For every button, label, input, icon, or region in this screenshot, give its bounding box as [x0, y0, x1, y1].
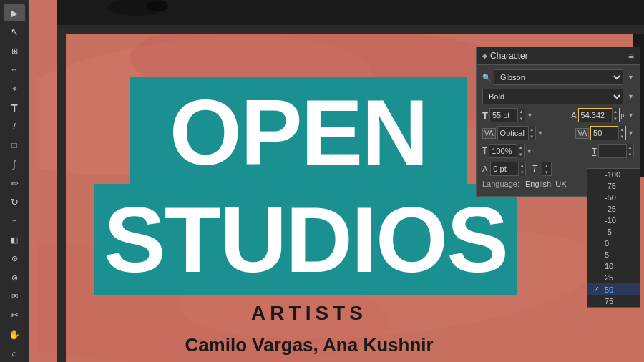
leading-up[interactable]: ▲	[612, 108, 619, 115]
vscale-arrow[interactable]: ▼	[526, 147, 532, 155]
kerning-type-down[interactable]: ▼	[528, 133, 535, 140]
kerning-type-arrow[interactable]: ▼	[537, 129, 544, 137]
font-family-select[interactable]: Gibson	[494, 69, 623, 85]
leading-unit: pt	[621, 112, 627, 119]
studios-text: STUDIOS	[104, 193, 507, 286]
tracking-input[interactable]	[591, 129, 618, 137]
baseline-input[interactable]	[491, 165, 518, 173]
hscale-field[interactable]: ▲ ▼	[598, 144, 634, 158]
kerning-type-field[interactable]: ▲ ▼	[497, 126, 536, 140]
tracking-option--50[interactable]: -50	[587, 192, 640, 203]
font-style-select[interactable]: Bold	[482, 89, 623, 104]
baseline-icon: A	[482, 165, 487, 173]
pencil-tool[interactable]: ✏	[4, 175, 25, 192]
studios-block: STUDIOS	[94, 184, 517, 295]
vscale-icon: T	[482, 146, 487, 156]
leading-input[interactable]	[579, 111, 612, 119]
selection-tool[interactable]: ▶	[4, 4, 25, 21]
baseline-down[interactable]: ▼	[518, 169, 525, 176]
baseline-up[interactable]: ▲	[518, 162, 525, 169]
tracking-option-0[interactable]: 0	[587, 238, 640, 249]
kerning-type-input[interactable]	[498, 129, 528, 137]
paintbrush-tool[interactable]: ∫	[4, 155, 25, 172]
tracking-option-50[interactable]: ✓ 50	[587, 283, 640, 295]
tracking-option-5[interactable]: 5	[587, 249, 640, 260]
font-size-up[interactable]: ▲	[517, 108, 525, 115]
open-block: OPEN	[130, 77, 467, 187]
rotate-tool[interactable]: ↻	[4, 193, 25, 210]
shape-tool[interactable]: □	[4, 137, 25, 154]
tracking-option--25[interactable]: -25	[587, 203, 640, 215]
blend-tool[interactable]: ⊗	[4, 269, 25, 286]
baseline-field[interactable]: ▲ ▼	[490, 162, 526, 176]
tracking-option-10[interactable]: 10	[587, 260, 640, 272]
kerning-icon: VA	[482, 128, 496, 139]
panel-header: ◆ Character ≡	[477, 47, 640, 65]
font-size-field[interactable]: ▲ ▼	[489, 108, 525, 122]
ruler-top	[57, 25, 644, 34]
tracking-icon: VA	[575, 128, 589, 139]
scissors-tool[interactable]: ✂	[4, 307, 25, 324]
scale-row: T ▲ ▼ ▼ T̲ ▲ ▼	[482, 144, 634, 158]
tracking-arrow[interactable]: ▼	[628, 129, 634, 137]
font-family-row: 🔍 Gibson ▼	[482, 69, 634, 85]
panel-menu-icon[interactable]: ≡	[628, 50, 634, 62]
kerning-type-group: VA ▲ ▼ ▼	[482, 126, 544, 140]
leading-arrow[interactable]: ▼	[628, 112, 634, 119]
tracking-option-75[interactable]: 75	[587, 295, 640, 307]
lasso-tool[interactable]: ⌖	[4, 80, 25, 97]
italic-stepper: ▲ ▼	[542, 162, 552, 176]
warp-tool[interactable]: ≈	[4, 212, 25, 230]
language-value: English: UK	[525, 180, 566, 188]
panel-title: ◆ Character	[482, 51, 528, 61]
type-tool[interactable]: T	[4, 99, 25, 116]
hscale-input[interactable]	[599, 147, 626, 155]
character-panel-label: Character	[490, 51, 528, 61]
font-size-arrow[interactable]: ▼	[527, 112, 533, 119]
leading-icon: A	[571, 111, 576, 119]
svg-point-1	[147, 0, 168, 11]
eyedropper-tool[interactable]: ⊘	[4, 250, 25, 267]
font-size-leading-row: T ▲ ▼ ▼ A ▲ ▼	[482, 108, 634, 122]
tracking-option--5[interactable]: -5	[587, 226, 640, 238]
font-size-input[interactable]	[490, 111, 517, 119]
artists-text: ARTISTS	[94, 302, 524, 325]
font-size-down[interactable]: ▼	[517, 115, 525, 122]
leading-down[interactable]: ▼	[612, 115, 619, 122]
tracking-option--100[interactable]: -100	[587, 169, 640, 180]
transform-tool[interactable]: ↔	[4, 61, 25, 78]
zoom-tool[interactable]: ⌕	[4, 345, 25, 362]
envelope-tool[interactable]: ✉	[4, 288, 25, 305]
tracking-option--10[interactable]: -10	[587, 215, 640, 226]
tracking-field[interactable]: ▲ ▼	[590, 126, 626, 140]
hand-tool[interactable]: ✋	[4, 326, 25, 343]
vscale-down[interactable]: ▼	[517, 151, 524, 158]
left-toolbar: ▶ ↖ ⊞ ↔ ⌖ T / □ ∫ ✏ ↻ ≈ ◧ ⊘ ⊗ ✉ ✂ ✋ ⌕	[0, 0, 29, 362]
open-text: OPEN	[170, 86, 427, 179]
artboard-tool[interactable]: ⊞	[4, 42, 25, 59]
vscale-input[interactable]	[489, 147, 517, 155]
gradient-tool[interactable]: ◧	[4, 231, 25, 248]
leading-field[interactable]: ▲ ▼	[578, 108, 620, 122]
font-style-row: Bold ▼	[482, 89, 634, 104]
font-size-icon: T	[482, 110, 488, 121]
hscale-down[interactable]: ▼	[626, 151, 633, 158]
vscale-field[interactable]: ▲ ▼	[489, 144, 525, 158]
leading-group: A ▲ ▼ pt ▼	[571, 108, 634, 122]
tracking-option-25[interactable]: 25	[587, 272, 640, 283]
kerning-type-up[interactable]: ▲	[528, 126, 535, 133]
hscale-up[interactable]: ▲	[626, 144, 633, 151]
tracking-dropdown: -100 -75 -50 -25 -10 -5 0 5 10 25 ✓ 50	[587, 168, 640, 308]
search-icon: 🔍	[482, 74, 491, 82]
direct-selection-tool[interactable]: ↖	[4, 23, 25, 40]
diamond-icon: ◆	[482, 52, 487, 59]
names-text: Camilo Vargas, Ana Kushnir	[94, 334, 524, 356]
kerning-row: VA ▲ ▼ ▼ VA ▲ ▼	[482, 126, 634, 140]
tracking-up[interactable]: ▲	[618, 126, 625, 133]
tracking-down[interactable]: ▼	[618, 133, 625, 140]
tracking-group: VA ▲ ▼ ▼	[575, 126, 634, 140]
tracking-option--75[interactable]: -75	[587, 180, 640, 192]
line-tool[interactable]: /	[4, 118, 25, 135]
vscale-up[interactable]: ▲	[517, 144, 524, 151]
font-family-arrow: ▼	[628, 74, 634, 81]
